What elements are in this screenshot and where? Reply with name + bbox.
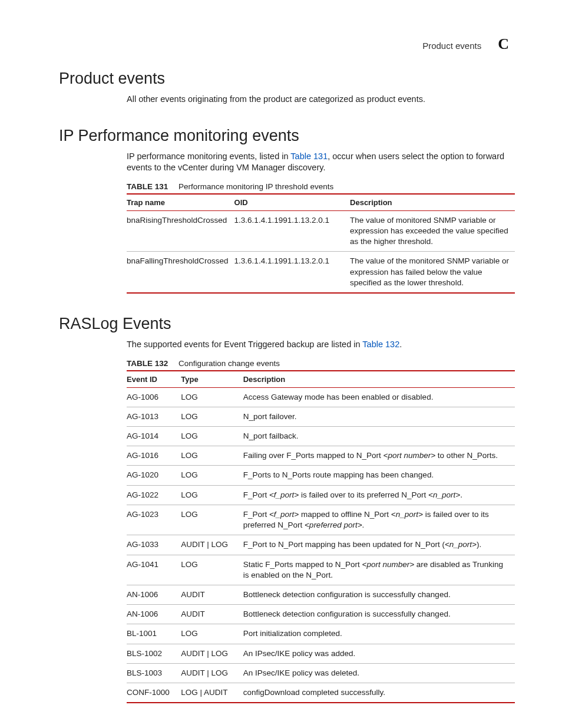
cell-type: LOG <box>181 505 243 535</box>
table131-col-trap: Trap name <box>127 194 234 211</box>
running-header: Product events C <box>59 35 515 53</box>
table-row: CONF-1000LOG | AUDITconfigDownload compl… <box>127 683 515 703</box>
xref-table-132[interactable]: Table 132 <box>362 340 399 349</box>
table132-col-type: Type <box>181 371 243 388</box>
cell-type: AUDIT | LOG <box>181 535 243 555</box>
section3-body-pre: The supported events for Event Triggered… <box>127 340 362 349</box>
table-row: BLS-1003AUDIT | LOGAn IPsec/IKE policy w… <box>127 663 515 683</box>
table-row: AG-1013LOGN_port failover. <box>127 407 515 426</box>
cell-desc: Bottleneck detection configuration is su… <box>243 605 515 624</box>
table-row: AN-1006AUDITBottleneck detection configu… <box>127 585 515 604</box>
table-row: AG-1041LOGStatic F_Ports mapped to N_Por… <box>127 555 515 585</box>
table-row: AG-1023LOGF_Port <f_port> mapped to offl… <box>127 505 515 535</box>
section-heading-ip-performance: IP Performance monitoring events <box>59 127 515 145</box>
table-row: bnaRisingThresholdCrossed1.3.6.1.4.1.199… <box>127 210 515 252</box>
table131-title: Performance monitoring IP threshold even… <box>178 182 333 191</box>
table131-caption: TABLE 131 Performance monitoring IP thre… <box>127 182 515 191</box>
cell-desc: An IPsec/IKE policy was added. <box>243 644 515 663</box>
cell-type: AUDIT <box>181 605 243 624</box>
cell-type: AUDIT <box>181 585 243 604</box>
table-row: AG-1022LOGF_Port <f_port> is failed over… <box>127 485 515 505</box>
table132-caption: TABLE 132 Configuration change events <box>127 359 515 368</box>
table131-number: TABLE 131 <box>127 182 168 191</box>
cell-type: LOG | AUDIT <box>181 683 243 703</box>
cell-oid: 1.3.6.1.4.1.1991.1.13.2.0.1 <box>234 252 350 293</box>
table131-col-oid: OID <box>234 194 350 211</box>
cell-desc: Failing over F_Ports mapped to N_Port <p… <box>243 446 515 466</box>
cell-oid: 1.3.6.1.4.1.1991.1.13.2.0.1 <box>234 210 350 252</box>
cell-trap: bnaFallingThresholdCrossed <box>127 252 234 293</box>
table-132: Event ID Type Description AG-1006LOGAcce… <box>127 370 515 704</box>
table132-col-eventid: Event ID <box>127 371 181 388</box>
cell-type: AUDIT | LOG <box>181 663 243 683</box>
section1-body: All other events originating from the pr… <box>127 94 515 106</box>
table-row: AG-1016LOGFailing over F_Ports mapped to… <box>127 446 515 466</box>
table-row: AG-1006LOGAccess Gateway mode has been e… <box>127 387 515 407</box>
cell-type: LOG <box>181 407 243 426</box>
cell-eventid: CONF-1000 <box>127 683 181 703</box>
page: Product events C Product events All othe… <box>0 0 562 728</box>
header-title: Product events <box>422 41 481 51</box>
cell-eventid: AG-1014 <box>127 427 181 446</box>
cell-desc: F_Port to N_Port mapping has been update… <box>243 535 515 555</box>
cell-eventid: AG-1033 <box>127 535 181 555</box>
cell-eventid: AG-1023 <box>127 505 181 535</box>
cell-type: AUDIT | LOG <box>181 644 243 663</box>
section3-body: The supported events for Event Triggered… <box>127 339 515 351</box>
table132-header-row: Event ID Type Description <box>127 371 515 388</box>
cell-type: LOG <box>181 624 243 644</box>
section2-body-pre: IP performance monitoring events, listed… <box>127 151 290 161</box>
table132-number: TABLE 132 <box>127 359 168 368</box>
cell-eventid: BLS-1003 <box>127 663 181 683</box>
cell-type: LOG <box>181 427 243 446</box>
section2-body: IP performance monitoring events, listed… <box>127 151 515 174</box>
cell-type: LOG <box>181 485 243 505</box>
cell-eventid: AG-1013 <box>127 407 181 426</box>
table132-title: Configuration change events <box>178 359 280 368</box>
table131-header-row: Trap name OID Description <box>127 194 515 211</box>
table-row: AN-1006AUDITBottleneck detection configu… <box>127 605 515 624</box>
table132-col-desc: Description <box>243 371 515 388</box>
cell-desc: N_port failback. <box>243 427 515 446</box>
cell-eventid: AG-1016 <box>127 446 181 466</box>
cell-eventid: AN-1006 <box>127 585 181 604</box>
cell-eventid: BLS-1002 <box>127 644 181 663</box>
table-131: Trap name OID Description bnaRisingThres… <box>127 193 515 294</box>
cell-desc: The value of monitored SNMP variable or … <box>350 210 515 252</box>
cell-desc: F_Port <f_port> mapped to offline N_Port… <box>243 505 515 535</box>
section3-body-post: . <box>399 340 402 349</box>
appendix-letter: C <box>498 35 509 53</box>
cell-desc: An IPsec/IKE policy was deleted. <box>243 663 515 683</box>
cell-desc: configDownload completed successfully. <box>243 683 515 703</box>
cell-desc: Static F_Ports mapped to N_Port <port nu… <box>243 555 515 585</box>
cell-type: LOG <box>181 446 243 466</box>
cell-type: LOG <box>181 555 243 585</box>
table-row: AG-1014LOGN_port failback. <box>127 427 515 446</box>
cell-desc: F_Ports to N_Ports route mapping has bee… <box>243 466 515 485</box>
table-row: AG-1020LOGF_Ports to N_Ports route mappi… <box>127 466 515 485</box>
cell-eventid: AG-1041 <box>127 555 181 585</box>
cell-eventid: AG-1006 <box>127 387 181 407</box>
table131-col-desc: Description <box>350 194 515 211</box>
cell-desc: N_port failover. <box>243 407 515 426</box>
cell-desc: The value of the monitored SNMP variable… <box>350 252 515 293</box>
xref-table-131[interactable]: Table 131 <box>290 151 328 161</box>
cell-desc: Access Gateway mode has been enabled or … <box>243 387 515 407</box>
section-heading-raslog: RASLog Events <box>59 315 515 333</box>
table-row: AG-1033AUDIT | LOGF_Port to N_Port mappi… <box>127 535 515 555</box>
section-heading-product-events: Product events <box>59 70 515 88</box>
cell-eventid: BL-1001 <box>127 624 181 644</box>
cell-desc: Bottleneck detection configuration is su… <box>243 585 515 604</box>
cell-trap: bnaRisingThresholdCrossed <box>127 210 234 252</box>
table-row: BL-1001LOGPort initialization completed. <box>127 624 515 644</box>
cell-eventid: AG-1020 <box>127 466 181 485</box>
cell-eventid: AN-1006 <box>127 605 181 624</box>
cell-desc: Port initialization completed. <box>243 624 515 644</box>
table-row: bnaFallingThresholdCrossed1.3.6.1.4.1.19… <box>127 252 515 293</box>
cell-type: LOG <box>181 466 243 485</box>
cell-desc: F_Port <f_port> is failed over to its pr… <box>243 485 515 505</box>
cell-eventid: AG-1022 <box>127 485 181 505</box>
cell-type: LOG <box>181 387 243 407</box>
table-row: BLS-1002AUDIT | LOGAn IPsec/IKE policy w… <box>127 644 515 663</box>
